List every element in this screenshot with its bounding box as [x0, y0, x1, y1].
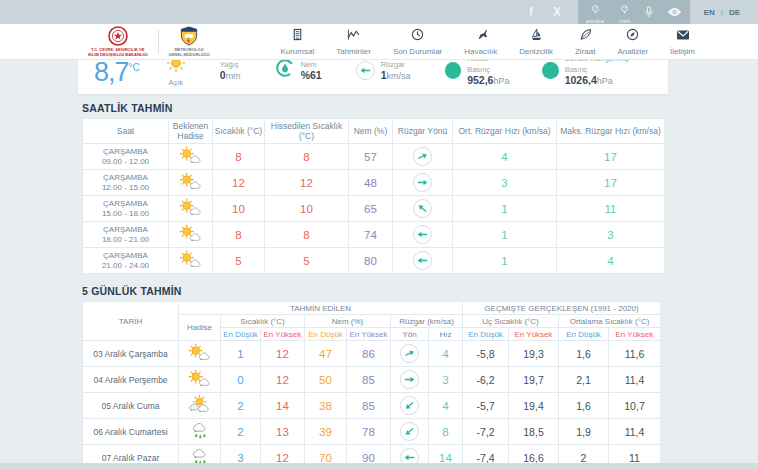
daily-average-max: 10,7	[609, 393, 661, 419]
hourly-time: ÇARŞAMBA21.00 - 24.00	[83, 248, 169, 274]
pressure-actual: Aktüel Basınç 952,6hPa	[445, 60, 513, 87]
daily-col-event: Hadise	[179, 315, 221, 341]
wind-direction-NE-arrow-icon	[413, 147, 432, 166]
mgm-logo[interactable]: METEOROLOJİ GENEL MÜDÜRLÜĞÜ	[169, 26, 210, 57]
current-precip: Yağış 0mm	[220, 60, 241, 82]
hourly-col-header: Rüzgar Yönü	[393, 119, 453, 144]
nav-item-kurumsal[interactable]: Kurumsal	[269, 24, 325, 59]
radar-link-izmir[interactable]: İZMİR	[618, 0, 630, 24]
mostly-cloudy-icon	[179, 393, 221, 419]
daily-group-extreme-temp: Uç Sıcaklık (°C)	[463, 315, 559, 328]
daily-row: 04 Aralık Perşembe01250853-6,219,72,111,…	[83, 367, 661, 393]
clock-icon	[411, 27, 424, 45]
logo-divider	[158, 30, 159, 54]
mail-icon	[676, 27, 690, 45]
current-condition: Açık	[166, 60, 186, 87]
nav-item-tahminler[interactable]: Tahminler	[325, 24, 382, 59]
hourly-humidity: 74	[349, 222, 393, 248]
nav-item-iletisim[interactable]: İletişim	[659, 24, 706, 59]
daily-humidity-min: 50	[305, 367, 347, 393]
nav-item-ziraat[interactable]: Ziraat	[564, 24, 606, 59]
daily-average-max: 11,4	[609, 367, 661, 393]
ministry-logo[interactable]: T.C. ÇEVRE, ŞEHİRCİLİK VE İKLİM DEĞİŞİKL…	[88, 26, 148, 57]
lang-de[interactable]: DE	[729, 8, 740, 17]
wind-direction-NE-arrow-icon	[400, 344, 419, 363]
hourly-temp: 12	[213, 170, 265, 196]
partly-cloudy-icon	[179, 367, 221, 393]
hourly-temp: 10	[213, 196, 265, 222]
daily-wind-speed: 4	[429, 341, 463, 367]
nav-item-denizcilik[interactable]: Denizcilik	[508, 24, 564, 59]
daily-group-temp: Sıcaklık (°C)	[221, 315, 305, 328]
current-wind: Rüzgar 1km/sa	[356, 60, 411, 82]
daily-extreme-max: 19,4	[509, 393, 559, 419]
daily-forecast-table: TARİH TAHMİN EDİLEN GEÇMİŞTE GERÇEKLEŞEN…	[82, 301, 661, 470]
hourly-feels-like: 8	[265, 222, 349, 248]
nav-label: Son Durumlar	[393, 47, 442, 56]
hourly-humidity: 65	[349, 196, 393, 222]
daily-sub-low: En Düşük	[463, 328, 509, 341]
daily-humidity-min: 39	[305, 419, 347, 445]
wind-direction-E-arrow-icon	[413, 173, 432, 192]
daily-sub-speed: Hız	[429, 328, 463, 341]
radar-link-ankara[interactable]: ANKARA	[586, 0, 604, 24]
current-weather-strip: 8,7°C Açık	[78, 60, 668, 94]
daily-average-min: 2,1	[559, 367, 609, 393]
sunny-icon	[166, 60, 186, 77]
daily-date: 06 Aralık Cumartesi	[83, 419, 179, 445]
daily-temp-min: 1	[221, 341, 261, 367]
page: f X ANKARA İZMİR	[0, 0, 758, 470]
daily-humidity-max: 85	[347, 367, 391, 393]
nav-label: Analizler	[617, 47, 648, 56]
daily-extreme-min: -5,8	[463, 341, 509, 367]
hourly-wind-direction	[393, 144, 453, 170]
hourly-col-header: Maks. Rüzgar Hızı (km/sa)	[557, 119, 665, 144]
hourly-wind-direction	[393, 196, 453, 222]
hourly-wind-max: 11	[557, 196, 665, 222]
accessibility-eye-icon[interactable]	[667, 7, 682, 17]
daily-average-min: 1,6	[559, 393, 609, 419]
wind-direction-NW-arrow-icon	[413, 199, 432, 218]
daily-group-wind: Rüzgar (km/sa)	[391, 315, 463, 328]
lang-en[interactable]: EN	[704, 8, 715, 17]
navbar: T.C. ÇEVRE, ŞEHİRCİLİK VE İKLİM DEĞİŞİKL…	[0, 24, 758, 60]
topbar: f X ANKARA İZMİR	[0, 0, 758, 24]
radar-panel: ANKARA İZMİR	[578, 0, 690, 24]
daily-sub-low: En Düşük	[559, 328, 609, 341]
hourly-time: ÇARŞAMBA15.00 - 18.00	[83, 196, 169, 222]
hourly-row: ÇARŞAMBA09.00 - 12.008857417	[83, 144, 665, 170]
daily-sub-low: En Düşük	[221, 328, 261, 341]
rainy-icon	[179, 419, 221, 445]
facebook-icon[interactable]: f	[518, 0, 544, 24]
daily-extreme-min: -6,2	[463, 367, 509, 393]
plane-icon	[474, 27, 488, 45]
wind-direction-E-arrow-icon	[400, 370, 419, 389]
logos: T.C. ÇEVRE, ŞEHİRCİLİK VE İKLİM DEĞİŞİKL…	[0, 26, 210, 57]
nav-item-analizler[interactable]: Analizler	[606, 24, 659, 59]
hourly-wind-avg: 4	[453, 144, 557, 170]
microphone-icon[interactable]	[645, 6, 653, 18]
hourly-col-header: Sıcaklık (°C)	[213, 119, 265, 144]
daily-wind-direction	[391, 341, 429, 367]
daily-sub-high: En Yüksek	[347, 328, 391, 341]
pressure-sea-level: Denize İndirgenmiş Basınç 1026,4hPa	[542, 60, 652, 87]
nav-item-son-durumlar[interactable]: Son Durumlar	[382, 24, 453, 59]
nav-label: Tahminler	[336, 47, 371, 56]
humidity-gauge-icon	[275, 60, 295, 82]
hourly-row: ÇARŞAMBA18.00 - 21.00887413	[83, 222, 665, 248]
hourly-forecast-table: SaatBeklenen HadiseSıcaklık (°C)Hissedil…	[82, 118, 665, 274]
daily-humidity-max: 85	[347, 393, 391, 419]
daily-sub-low: En Düşük	[305, 328, 347, 341]
daily-wind-direction	[391, 419, 429, 445]
hourly-temp: 8	[213, 222, 265, 248]
radar-icon	[590, 0, 601, 18]
wind-direction-SW-arrow-icon	[400, 396, 419, 415]
hourly-wind-direction	[393, 222, 453, 248]
twitter-x-icon[interactable]: X	[544, 0, 570, 24]
nav-item-havacilik[interactable]: Havacılık	[453, 24, 508, 59]
daily-wind-speed: 8	[429, 419, 463, 445]
language-switch: EN | DE	[690, 0, 758, 24]
building-icon	[291, 27, 304, 45]
daily-average-min: 1,6	[559, 341, 609, 367]
pressure-gauge-icon	[445, 62, 462, 79]
